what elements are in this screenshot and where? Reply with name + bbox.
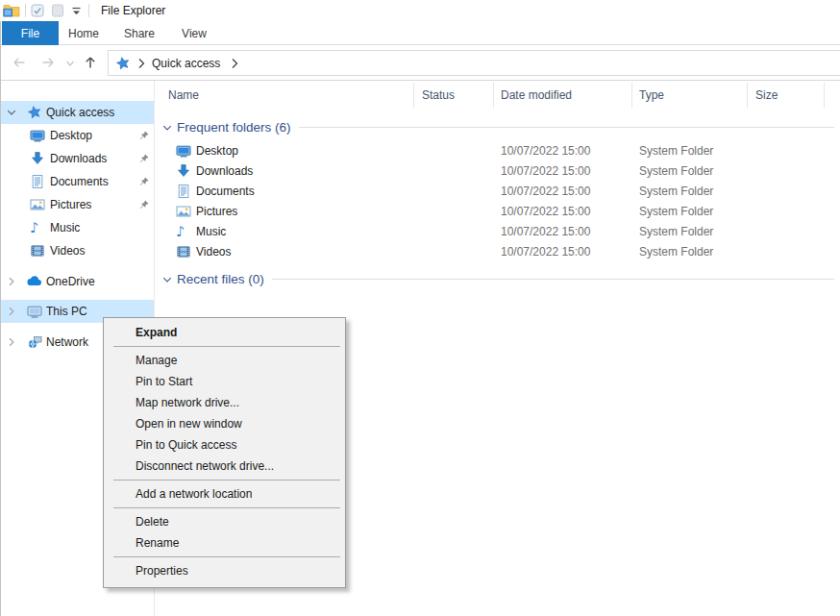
menu-item-rename[interactable]: Rename [104, 532, 345, 554]
pin-icon [138, 176, 150, 187]
menu-item-pin-to-start[interactable]: Pin to Start [104, 371, 345, 392]
sidebar-item-music[interactable]: ♪Music [0, 216, 154, 239]
sidebar-item-label: Documents [50, 175, 109, 188]
onedrive-cloud-icon [27, 274, 42, 289]
file-type: System Folder [639, 144, 713, 158]
file-name: Pictures [196, 205, 237, 218]
group-label: Frequent folders (6) [177, 120, 291, 135]
chevron-right-icon[interactable] [6, 306, 17, 317]
file-type: System Folder [639, 245, 713, 259]
menu-item-properties[interactable]: Properties [104, 560, 345, 581]
column-separator[interactable] [413, 83, 414, 108]
address-bar: Quick access [0, 45, 840, 81]
pin-icon [138, 199, 150, 210]
menu-separator [113, 480, 340, 480]
breadcrumb-segment[interactable]: Quick access [152, 57, 220, 70]
file-row-music[interactable]: ♪Music10/07/2022 15:00System Folder [155, 222, 840, 242]
pictures-icon [176, 204, 191, 219]
file-row-downloads[interactable]: Downloads10/07/2022 15:00System Folder [155, 161, 840, 182]
desktop-icon [176, 143, 191, 159]
tab-file[interactable]: File [2, 21, 59, 45]
menu-item-expand[interactable]: Expand [104, 322, 345, 343]
column-header-date-modified[interactable]: Date modified [501, 88, 572, 102]
pin-icon [138, 130, 150, 141]
menu-separator [113, 556, 340, 557]
explorer-logo-icon [3, 3, 20, 18]
file-row-videos[interactable]: Videos10/07/2022 15:00System Folder [155, 242, 840, 262]
sidebar-item-documents[interactable]: Documents [0, 170, 154, 193]
sidebar-item-desktop[interactable]: Desktop [0, 124, 154, 147]
tab-home[interactable]: Home [62, 21, 106, 45]
quick-access-star-icon [27, 105, 42, 120]
sidebar-item-label: OneDrive [46, 275, 95, 288]
column-header-type[interactable]: Type [639, 88, 664, 102]
new-folder-icon[interactable] [50, 3, 65, 18]
breadcrumb-chevron-icon[interactable] [136, 58, 146, 69]
group-rule [272, 279, 834, 280]
pin-icon [138, 153, 150, 164]
menu-item-delete[interactable]: Delete [104, 511, 345, 532]
file-date-modified: 10/07/2022 15:00 [501, 144, 590, 158]
window-title: File Explorer [101, 4, 165, 17]
menu-item-manage[interactable]: Manage [104, 350, 345, 371]
column-header-name[interactable]: Name [168, 88, 199, 102]
file-type: System Folder [639, 225, 713, 238]
documents-icon [176, 184, 191, 199]
sidebar-item-onedrive[interactable]: OneDrive [0, 270, 154, 293]
address-field[interactable]: Quick access [108, 50, 840, 76]
ribbon-tabs: FileHomeShareView [0, 21, 840, 45]
properties-check-icon[interactable] [30, 3, 45, 18]
file-row-desktop[interactable]: Desktop10/07/2022 15:00System Folder [155, 141, 840, 161]
sidebar-item-label: Quick access [46, 106, 114, 119]
menu-item-open-in-new-window[interactable]: Open in new window [104, 413, 345, 434]
customize-qat-dropdown-icon[interactable] [70, 5, 83, 17]
chevron-right-icon[interactable] [6, 276, 17, 287]
group-chevron-down-icon[interactable] [161, 274, 173, 285]
file-date-modified: 10/07/2022 15:00 [501, 245, 590, 259]
sidebar-item-label: Videos [50, 244, 85, 258]
column-header-size[interactable]: Size [755, 88, 778, 102]
column-separator[interactable] [493, 83, 494, 108]
network-icon [27, 334, 42, 350]
quick-access-star-icon [115, 56, 131, 71]
column-separator[interactable] [631, 83, 632, 108]
menu-separator [113, 346, 340, 347]
file-name: Music [196, 225, 226, 238]
menu-item-map-network-drive[interactable]: Map network drive... [104, 392, 345, 413]
file-row-pictures[interactable]: Pictures10/07/2022 15:00System Folder [155, 202, 840, 222]
sidebar-item-quick-access[interactable]: Quick access [0, 101, 154, 124]
file-name: Documents [196, 185, 255, 198]
up-button[interactable] [83, 55, 98, 70]
tab-share[interactable]: Share [115, 21, 163, 45]
forward-button[interactable] [40, 55, 56, 70]
documents-icon [30, 174, 45, 189]
column-separator[interactable] [824, 83, 825, 108]
recent-locations-dropdown-icon[interactable] [63, 57, 77, 72]
tab-view[interactable]: View [171, 21, 217, 45]
chevron-right-icon[interactable] [6, 336, 17, 348]
sidebar-item-pictures[interactable]: Pictures [0, 193, 154, 216]
menu-item-add-a-network-location[interactable]: Add a network location [104, 483, 345, 505]
back-button[interactable] [12, 55, 27, 70]
group-label: Recent files (0) [177, 272, 264, 286]
music-icon: ♪ [176, 224, 191, 239]
file-date-modified: 10/07/2022 15:00 [501, 205, 590, 218]
sidebar-item-downloads[interactable]: Downloads [0, 147, 154, 170]
file-name: Desktop [196, 144, 238, 158]
qat-separator [25, 4, 26, 17]
file-type: System Folder [639, 185, 713, 198]
group-header-recent-files-0[interactable]: Recent files (0) [155, 271, 834, 287]
file-type: System Folder [639, 164, 713, 178]
music-icon: ♪ [30, 220, 45, 235]
menu-item-disconnect-network-drive[interactable]: Disconnect network drive... [104, 456, 345, 477]
file-name: Downloads [196, 164, 253, 178]
file-row-documents[interactable]: Documents10/07/2022 15:00System Folder [155, 182, 840, 202]
column-header-status[interactable]: Status [422, 88, 455, 102]
group-header-frequent-folders-6[interactable]: Frequent folders (6) [155, 119, 834, 136]
chevron-down-icon[interactable] [6, 107, 17, 118]
column-separator[interactable] [747, 83, 748, 108]
sidebar-item-videos[interactable]: Videos [0, 239, 154, 262]
breadcrumb-chevron-icon[interactable] [230, 58, 239, 69]
menu-item-pin-to-quick-access[interactable]: Pin to Quick access [104, 434, 345, 456]
group-chevron-down-icon[interactable] [161, 122, 173, 134]
